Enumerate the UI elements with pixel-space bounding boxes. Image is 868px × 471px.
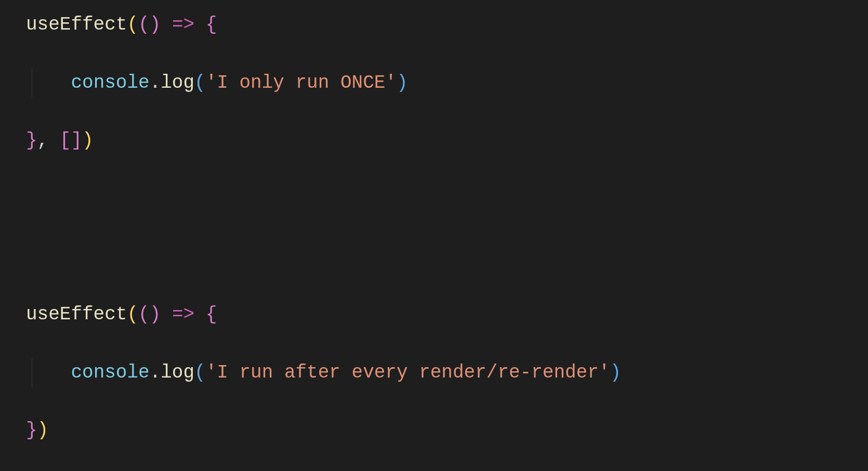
- paren-close: ): [82, 130, 94, 151]
- paren-close: ): [397, 72, 408, 93]
- dot: .: [150, 72, 161, 93]
- identifier-console: console: [71, 72, 149, 93]
- paren-close: ): [610, 362, 621, 383]
- code-line: useEffect(() => {: [26, 10, 842, 39]
- paren-close: ): [150, 304, 161, 325]
- code-line: }, []): [26, 126, 842, 155]
- bracket-close: ]: [71, 130, 82, 151]
- identifier-log: log: [161, 362, 194, 383]
- paren-open: (: [138, 14, 150, 35]
- string-literal: 'I run after every render/re-render': [206, 362, 610, 383]
- identifier-console: console: [71, 362, 149, 383]
- brace-open: {: [206, 304, 217, 325]
- bracket-open: [: [60, 130, 71, 151]
- brace-close: }: [26, 130, 37, 151]
- blank-line: [26, 242, 842, 271]
- identifier-useeffect: useEffect: [26, 14, 127, 35]
- paren-open: (: [194, 72, 206, 93]
- paren-close: ): [37, 420, 49, 441]
- indent-guide: [32, 358, 32, 387]
- arrow-token: =>: [172, 304, 194, 325]
- dot: .: [150, 362, 161, 383]
- code-line: useEffect(() => {: [26, 300, 842, 329]
- blank-line: [26, 184, 842, 213]
- comma: ,: [37, 130, 49, 151]
- brace-open: {: [206, 14, 217, 35]
- paren-open: (: [127, 304, 138, 325]
- code-line: console.log('I only run ONCE'): [26, 69, 842, 98]
- identifier-log: log: [161, 72, 194, 93]
- arrow-token: =>: [172, 14, 194, 35]
- indent-guide: [32, 69, 32, 98]
- paren-open: (: [194, 362, 206, 383]
- paren-close: ): [150, 14, 161, 35]
- code-line: }): [26, 416, 842, 445]
- code-editor[interactable]: useEffect(() => { console.log('I only ru…: [26, 10, 842, 471]
- brace-close: }: [26, 420, 37, 441]
- paren-open: (: [138, 304, 150, 325]
- code-line: console.log('I run after every render/re…: [26, 358, 842, 387]
- paren-open: (: [127, 14, 138, 35]
- identifier-useeffect: useEffect: [26, 304, 127, 325]
- string-literal: 'I only run ONCE': [206, 72, 397, 93]
